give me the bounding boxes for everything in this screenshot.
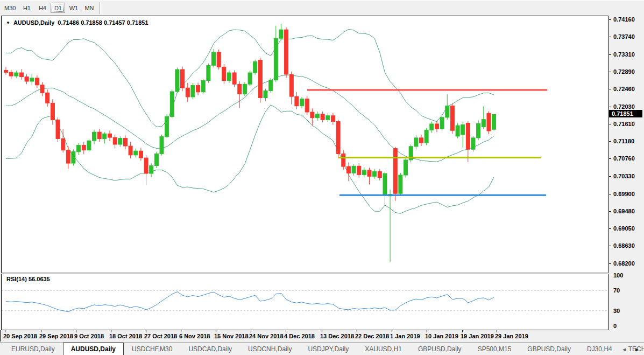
candle <box>186 83 189 102</box>
candle-body <box>134 151 138 155</box>
chart-tab-xauusd-h1[interactable]: XAUUSD,H1 <box>357 343 410 355</box>
chart-tab-gbpusd-daily[interactable]: GBPUSD,Daily <box>410 343 470 355</box>
candle-body <box>66 150 70 163</box>
date-axis[interactable]: 20 Sep 201829 Sep 20189 Oct 201818 Oct 2… <box>0 330 608 342</box>
candle <box>409 144 413 163</box>
timeframe-button-h1[interactable]: H1 <box>19 3 34 13</box>
rsi-indicator-label: RSI(14) 56.0635 <box>6 276 50 282</box>
candle <box>404 157 408 177</box>
timeframe-button-w1[interactable]: W1 <box>66 3 81 13</box>
date-tick-label: 9 Oct 2018 <box>74 333 104 339</box>
candle-body <box>113 137 117 144</box>
candle <box>93 130 96 144</box>
date-tick-mark <box>216 330 216 332</box>
chart-tab-eurusd-daily[interactable]: EURUSD,Daily <box>3 343 63 355</box>
candle-body <box>477 123 480 138</box>
candle <box>326 113 330 122</box>
candle-body <box>492 115 496 130</box>
price-tick-mark <box>609 228 611 229</box>
rsi-pane[interactable]: RSI(14) 56.0635 <box>1 274 608 330</box>
chart-tab-usdjpy-daily[interactable]: USDJPY,Daily <box>300 343 357 355</box>
date-tick-mark <box>497 330 497 332</box>
tabs-scroll-right-icon[interactable]: ► <box>634 346 640 352</box>
price-tick-mark <box>609 37 611 37</box>
candle <box>321 112 324 122</box>
candle <box>383 171 387 206</box>
candle-body <box>87 141 91 150</box>
candle-body <box>77 145 81 152</box>
candle-body <box>191 86 195 97</box>
price-tick-mark <box>609 263 611 264</box>
candle-body <box>181 69 185 88</box>
candle <box>222 64 226 84</box>
candle-body <box>450 106 454 131</box>
price-tick-mark <box>609 211 611 212</box>
date-tick-mark <box>41 330 41 332</box>
date-tick-mark <box>146 330 146 332</box>
chart-tab-usdchf-m30[interactable]: USDCHF,M30 <box>124 343 180 355</box>
candle <box>378 169 381 180</box>
candle <box>248 71 252 86</box>
candle-body <box>207 65 210 80</box>
chart-tab-sp500-m15[interactable]: SP500,M15 <box>470 343 520 355</box>
candle-body <box>326 116 330 120</box>
current-price-tag: 0.71851 <box>609 110 642 117</box>
candle-body <box>243 84 246 94</box>
chart-tab-gbpusd-daily[interactable]: GBPUSD,Daily <box>519 343 579 355</box>
chart-tab-usdcnh-daily[interactable]: USDCNH,Daily <box>240 343 300 355</box>
candle-body <box>61 138 65 150</box>
candle-body <box>352 166 356 173</box>
date-tick-mark <box>251 330 251 332</box>
candle-body <box>253 62 257 73</box>
date-tick-label: 27 Oct 2018 <box>144 333 177 339</box>
candle <box>232 71 236 87</box>
candle-body <box>9 72 13 76</box>
candle <box>217 50 221 69</box>
candle <box>170 89 174 118</box>
chart-header: ▼ AUDUSD,Daily 0.71486 0.71858 0.71457 0… <box>6 19 148 26</box>
candle-body <box>274 38 278 80</box>
tabs-scroll-left-icon[interactable]: ◄ <box>621 346 627 352</box>
date-tick-label: 20 Sep 2018 <box>3 333 37 339</box>
price-axis[interactable]: 0.741600.737400.733100.728900.724600.720… <box>609 16 644 330</box>
candle-body <box>393 149 397 194</box>
candle <box>393 147 397 201</box>
candle-body <box>30 78 34 81</box>
candle <box>15 71 18 78</box>
dropdown-triangle-icon[interactable]: ▼ <box>6 20 10 25</box>
candle <box>51 99 54 124</box>
candle <box>238 81 242 108</box>
candle <box>243 82 246 96</box>
price-tick-mark <box>609 176 611 177</box>
candle <box>46 89 49 107</box>
timeframe-button-m30[interactable]: M30 <box>2 3 18 13</box>
candle <box>66 146 70 169</box>
candle-body <box>15 73 18 76</box>
date-tick-label: 1 Jan 2019 <box>390 333 420 339</box>
candle-body <box>56 120 60 138</box>
price-pane[interactable]: ▼ AUDUSD,Daily 0.71486 0.71858 0.71457 0… <box>1 16 608 273</box>
price-tick-label: 0.73740 <box>613 33 635 40</box>
price-tick-mark <box>609 124 611 124</box>
timeframe-button-d1[interactable]: D1 <box>51 3 65 13</box>
date-tick-mark <box>357 330 357 332</box>
timeframe-button-mn[interactable]: MN <box>82 3 96 13</box>
candle <box>103 132 107 143</box>
chart-tab-audusd-daily[interactable]: AUDUSD,Daily <box>63 343 124 355</box>
candle-body <box>336 122 340 154</box>
candle <box>108 130 112 141</box>
timeframe-button-h4[interactable]: H4 <box>35 3 49 13</box>
price-tick-label: 0.72030 <box>613 103 635 110</box>
date-tick-mark <box>181 330 181 332</box>
candle <box>342 150 345 170</box>
candle <box>445 94 449 120</box>
candle-body <box>124 138 128 146</box>
candle <box>336 120 340 157</box>
rsi-scale-label: 70 <box>613 287 620 294</box>
candle <box>150 163 153 177</box>
chart-tab-dj30-h4[interactable]: DJ30,H4 <box>579 343 620 355</box>
candle <box>61 129 65 152</box>
chart-tab-usdcad-daily[interactable]: USDCAD,Daily <box>180 343 240 355</box>
candle-body <box>129 146 132 155</box>
candle <box>35 75 39 88</box>
